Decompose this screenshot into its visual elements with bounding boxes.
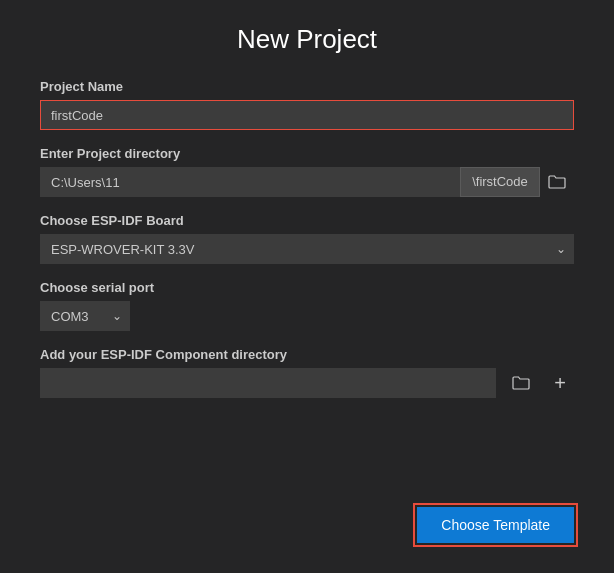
add-component-button[interactable]: + [546,368,574,398]
bottom-row: Choose Template [40,491,574,543]
choose-template-button[interactable]: Choose Template [417,507,574,543]
dialog-title: New Project [40,24,574,55]
component-row: + [40,368,574,398]
esp-board-label: Choose ESP-IDF Board [40,213,574,228]
directory-suffix: \firstCode [460,167,540,197]
directory-base-input[interactable] [40,167,460,197]
project-name-group: Project Name [40,79,574,130]
new-project-dialog: New Project Project Name Enter Project d… [0,0,614,573]
component-directory-label: Add your ESP-IDF Component directory [40,347,574,362]
serial-port-group: Choose serial port COM3 COM4 COM5 ⌄ [40,280,574,331]
folder-icon [548,174,566,190]
directory-browse-button[interactable] [540,167,574,197]
component-directory-group: Add your ESP-IDF Component directory + [40,347,574,398]
esp-board-select[interactable]: ESP-WROVER-KIT 3.3V ESP32-DevKitC ESP32-… [40,234,574,264]
project-name-input[interactable] [40,100,574,130]
component-browse-button[interactable] [504,368,538,398]
directory-row: \firstCode [40,167,574,197]
serial-port-select[interactable]: COM3 COM4 COM5 [40,301,130,331]
component-directory-input[interactable] [40,368,496,398]
project-name-label: Project Name [40,79,574,94]
serial-port-label: Choose serial port [40,280,574,295]
project-directory-label: Enter Project directory [40,146,574,161]
plus-icon: + [554,372,566,395]
esp-board-group: Choose ESP-IDF Board ESP-WROVER-KIT 3.3V… [40,213,574,264]
project-directory-group: Enter Project directory \firstCode [40,146,574,197]
folder-browse-icon [512,375,530,391]
serial-port-select-row: COM3 COM4 COM5 ⌄ [40,301,130,331]
esp-board-select-row: ESP-WROVER-KIT 3.3V ESP32-DevKitC ESP32-… [40,234,574,264]
